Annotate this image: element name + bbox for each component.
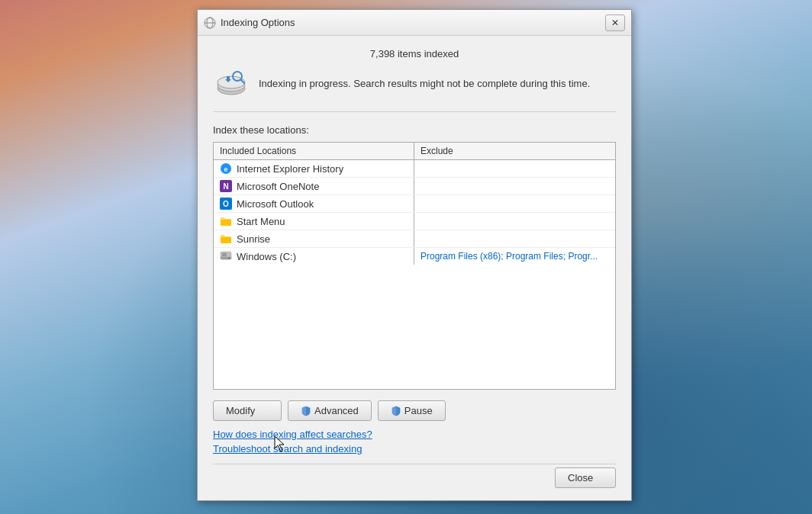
cell-exclude (414, 178, 615, 194)
cell-exclude (414, 160, 615, 177)
svg-point-16 (228, 258, 230, 259)
row-label: Start Menu (237, 216, 285, 227)
cell-exclude (414, 213, 615, 230)
svg-text:N: N (223, 182, 228, 191)
title-bar-left: Indexing Options (204, 17, 295, 29)
table-row[interactable]: Start Menu (214, 213, 615, 230)
dialog-body: 7,398 items indexed Indexing in progress… (198, 36, 631, 500)
indexing-status-icon (213, 66, 250, 102)
dialog-title: Indexing Options (221, 17, 295, 28)
links-section: How does indexing affect searches? Troub… (213, 429, 616, 455)
close-button[interactable]: Close (555, 467, 616, 488)
table-row[interactable]: Windows (C:) Program Files (x86); Progra… (214, 248, 615, 265)
advanced-button[interactable]: Advanced (288, 400, 372, 421)
windows-drive-icon (220, 250, 232, 262)
row-label: Windows (C:) (237, 251, 296, 262)
cell-included: Start Menu (214, 213, 414, 230)
svg-rect-17 (222, 253, 227, 255)
pause-button[interactable]: Pause (378, 400, 446, 421)
cell-included: N Microsoft OneNote (214, 178, 414, 194)
row-label: Microsoft OneNote (237, 181, 319, 192)
folder-icon (220, 233, 232, 245)
table-row[interactable]: e Internet Explorer History (214, 160, 615, 178)
outlook-icon: O (220, 198, 232, 210)
section-label: Index these locations: (213, 124, 616, 136)
ie-icon: e (220, 162, 232, 175)
status-count: 7,398 items indexed (213, 48, 616, 59)
cell-included: Windows (C:) (214, 248, 414, 265)
table-body: e Internet Explorer History N Microsoft … (214, 160, 615, 389)
onenote-icon: N (220, 180, 232, 192)
row-label: Microsoft Outlook (237, 198, 314, 210)
svg-text:e: e (224, 165, 227, 173)
table-row[interactable]: Sunrise (214, 230, 615, 248)
shield-advanced-icon (301, 406, 311, 416)
close-title-button[interactable]: ✕ (605, 14, 625, 31)
col-exclude-header: Exclude (414, 143, 615, 159)
buttons-row: Modify Advanced Pause (213, 400, 616, 421)
how-does-link[interactable]: How does indexing affect searches? (213, 429, 616, 440)
advanced-label: Advanced (314, 405, 359, 416)
status-icon-wrap (213, 66, 250, 102)
folder-icon (220, 215, 232, 227)
table-header: Included Locations Exclude (214, 143, 615, 160)
modify-button[interactable]: Modify (213, 400, 282, 421)
status-message: Indexing in progress. Search results mig… (259, 77, 590, 91)
svg-text:O: O (223, 200, 229, 208)
indexing-options-dialog: Indexing Options ✕ 7,398 items indexed (197, 9, 632, 501)
bottom-row: Close (213, 464, 616, 488)
indexing-icon (204, 17, 216, 29)
locations-table: Included Locations Exclude e Internet Ex… (213, 142, 616, 390)
row-label: Sunrise (237, 233, 270, 245)
cell-exclude (414, 230, 615, 247)
cell-exclude: Program Files (x86); Program Files; Prog… (414, 248, 615, 265)
shield-pause-icon (391, 406, 401, 416)
cell-included: e Internet Explorer History (214, 160, 414, 177)
troubleshoot-link[interactable]: Troubleshoot search and indexing (213, 443, 616, 455)
cell-included: O Microsoft Outlook (214, 195, 414, 212)
cell-included: Sunrise (214, 230, 414, 247)
pause-label: Pause (404, 405, 433, 416)
cell-exclude (414, 195, 615, 212)
title-bar: Indexing Options ✕ (198, 10, 631, 36)
status-row: Indexing in progress. Search results mig… (213, 66, 616, 112)
svg-rect-18 (222, 255, 227, 257)
table-row[interactable]: N Microsoft OneNote (214, 178, 615, 195)
col-included-header: Included Locations (214, 143, 414, 159)
table-row[interactable]: O Microsoft Outlook (214, 195, 615, 213)
row-label: Internet Explorer History (237, 163, 343, 175)
